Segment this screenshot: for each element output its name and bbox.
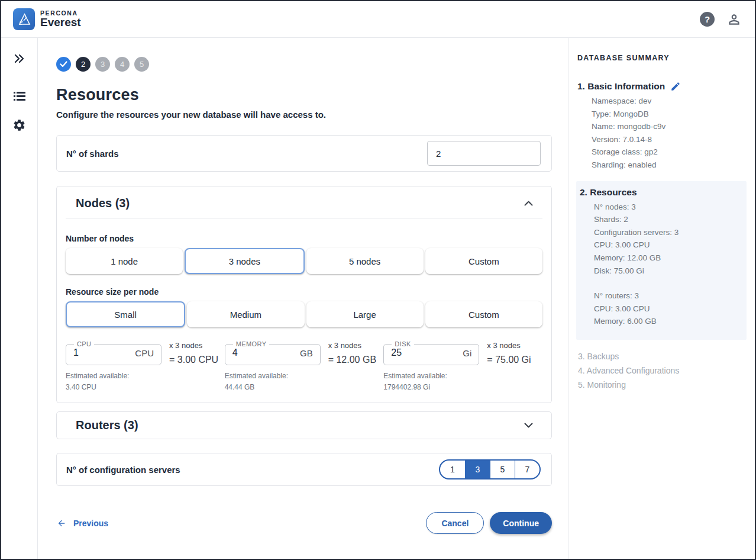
disk-field: DISK Gi bbox=[383, 340, 479, 365]
previous-button-label: Previous bbox=[73, 519, 108, 528]
percona-everest-logo-icon bbox=[13, 8, 35, 30]
wizard-main: 2 3 4 5 Resources Configure the resource… bbox=[38, 38, 568, 559]
number-of-nodes-label: Number of nodes bbox=[66, 234, 542, 243]
page-subtitle: Configure the resources your new databas… bbox=[56, 110, 552, 120]
summary-line: Name: mongodb-c9v bbox=[592, 120, 747, 133]
basic-information-details: Namespace: dev Type: MongoDB Name: mongo… bbox=[577, 95, 747, 172]
left-nav-rail bbox=[1, 38, 38, 559]
database-summary-title: DATABASE SUMMARY bbox=[576, 54, 747, 62]
gear-icon bbox=[12, 118, 26, 132]
disk-input[interactable] bbox=[391, 347, 432, 358]
sidebar-item-databases[interactable] bbox=[12, 89, 27, 104]
summary-line: Disk: 75.00 Gi bbox=[594, 265, 742, 278]
memory-unit-adornment: GB bbox=[300, 348, 313, 358]
summary-line: Configuration servers: 3 bbox=[594, 226, 742, 239]
cpu-estimated: Estimated available: 3.40 CPU bbox=[66, 371, 225, 393]
resource-size-toggle-group: Small Medium Large Custom bbox=[66, 301, 542, 327]
config-servers-toggle-group: 1 3 5 7 bbox=[439, 459, 541, 479]
memory-multiplier: x 3 nodes bbox=[328, 341, 376, 350]
top-bar: PERCONA Everest ? bbox=[1, 1, 755, 38]
wizard-footer: Previous Cancel Continue bbox=[56, 512, 552, 534]
memory-field: MEMORY GB bbox=[225, 340, 321, 365]
check-icon bbox=[60, 61, 67, 67]
memory-input[interactable] bbox=[232, 347, 274, 358]
brand-everest: Everest bbox=[40, 16, 81, 29]
config-servers-option-1[interactable]: 1 bbox=[440, 461, 465, 478]
basic-information-title: 1. Basic Information bbox=[577, 81, 665, 92]
resources-details-group1: N° nodes: 3 Shards: 2 Configuration serv… bbox=[580, 201, 742, 278]
node-count-option-1node[interactable]: 1 node bbox=[66, 248, 183, 274]
resource-size-label: Resource size per node bbox=[66, 287, 542, 297]
summary-step-backups: 3. Backups bbox=[576, 352, 747, 361]
edit-pencil-icon[interactable] bbox=[670, 81, 681, 92]
step-2-active: 2 bbox=[76, 57, 91, 72]
routers-accordion-header[interactable]: Routers (3) bbox=[57, 412, 551, 439]
memory-total: = 12.00 GB bbox=[328, 355, 376, 365]
cpu-input[interactable] bbox=[73, 347, 115, 358]
memory-resource-column: MEMORY GB x 3 nodes = 12.00 GB bbox=[225, 340, 384, 393]
node-count-option-custom[interactable]: Custom bbox=[425, 248, 542, 274]
disk-multiplier: x 3 nodes bbox=[487, 341, 531, 350]
cpu-total: = 3.00 CPU bbox=[169, 355, 218, 365]
summary-line: N° nodes: 3 bbox=[594, 201, 742, 214]
nodes-accordion-header[interactable]: Nodes (3) bbox=[57, 186, 551, 218]
sidebar-item-settings[interactable] bbox=[12, 117, 27, 133]
node-count-option-5nodes[interactable]: 5 nodes bbox=[306, 248, 424, 274]
size-option-small[interactable]: Small bbox=[66, 301, 185, 327]
summary-line: Memory: 12.00 GB bbox=[594, 252, 742, 265]
cancel-button[interactable]: Cancel bbox=[426, 512, 484, 534]
config-servers-option-5[interactable]: 5 bbox=[490, 461, 515, 478]
wizard-stepper: 2 3 4 5 bbox=[56, 57, 552, 72]
summary-step-monitoring: 5. Monitoring bbox=[576, 380, 747, 390]
account-button[interactable] bbox=[726, 12, 742, 27]
shards-input[interactable] bbox=[427, 141, 541, 166]
summary-line: N° routers: 3 bbox=[594, 289, 742, 302]
cpu-multiplier: x 3 nodes bbox=[169, 341, 218, 350]
shards-card: N° of shards bbox=[56, 135, 552, 172]
summary-line: CPU: 3.00 CPU bbox=[594, 302, 742, 316]
disk-field-legend: DISK bbox=[392, 340, 413, 347]
nodes-accordion: Nodes (3) Number of nodes 1 node 3 nodes… bbox=[56, 186, 552, 403]
brand-wordmark: PERCONA Everest bbox=[40, 9, 81, 29]
summary-basic-information-section: 1. Basic Information Namespace: dev Type… bbox=[576, 81, 747, 172]
summary-line: Version: 7.0.14-8 bbox=[592, 133, 747, 146]
node-count-toggle-group: 1 node 3 nodes 5 nodes Custom bbox=[66, 248, 542, 274]
database-summary-panel: DATABASE SUMMARY 1. Basic Information Na… bbox=[568, 38, 755, 559]
size-option-large[interactable]: Large bbox=[306, 301, 424, 327]
config-servers-card: N° of configuration servers 1 3 5 7 bbox=[56, 453, 552, 486]
config-servers-option-7[interactable]: 7 bbox=[515, 461, 539, 478]
step-5: 5 bbox=[134, 57, 149, 72]
summary-line: Type: MongoDB bbox=[592, 108, 747, 121]
cpu-unit-adornment: CPU bbox=[135, 348, 154, 358]
person-icon bbox=[726, 12, 742, 27]
help-button[interactable]: ? bbox=[700, 12, 715, 27]
cpu-field-legend: CPU bbox=[74, 340, 94, 347]
step-4: 4 bbox=[115, 57, 130, 72]
size-option-custom[interactable]: Custom bbox=[425, 301, 542, 327]
node-count-option-3nodes[interactable]: 3 nodes bbox=[185, 248, 304, 274]
summary-line: Shards: 2 bbox=[594, 213, 742, 226]
expand-sidebar-button[interactable] bbox=[12, 51, 27, 66]
config-servers-label: N° of configuration servers bbox=[66, 465, 180, 475]
chevron-down-icon bbox=[524, 423, 533, 428]
memory-estimated: Estimated available: 44.44 GB bbox=[225, 371, 384, 393]
size-option-medium[interactable]: Medium bbox=[187, 301, 304, 327]
cpu-resource-column: CPU CPU x 3 nodes = 3.00 CPU bbox=[66, 340, 225, 393]
disk-unit-adornment: Gi bbox=[463, 348, 471, 358]
summary-line: Namespace: dev bbox=[592, 95, 747, 108]
disk-resource-column: DISK Gi x 3 nodes = 75.00 Gi bbox=[383, 340, 542, 393]
summary-line: Sharding: enabled bbox=[592, 159, 747, 172]
continue-button[interactable]: Continue bbox=[490, 512, 552, 534]
app-window: PERCONA Everest ? bbox=[0, 0, 756, 560]
resources-section-title: 2. Resources bbox=[580, 187, 637, 198]
per-node-resources-row: CPU CPU x 3 nodes = 3.00 CPU bbox=[66, 340, 542, 403]
summary-line: Memory: 6.00 GB bbox=[594, 315, 742, 328]
database-list-icon bbox=[13, 91, 26, 102]
chevron-up-icon bbox=[524, 201, 533, 206]
routers-accordion: Routers (3) bbox=[56, 411, 552, 439]
previous-button[interactable]: Previous bbox=[56, 519, 108, 528]
config-servers-option-3[interactable]: 3 bbox=[465, 461, 490, 478]
step-1-completed bbox=[56, 57, 71, 72]
routers-accordion-title: Routers (3) bbox=[76, 419, 138, 432]
double-chevron-right-icon bbox=[14, 54, 25, 63]
